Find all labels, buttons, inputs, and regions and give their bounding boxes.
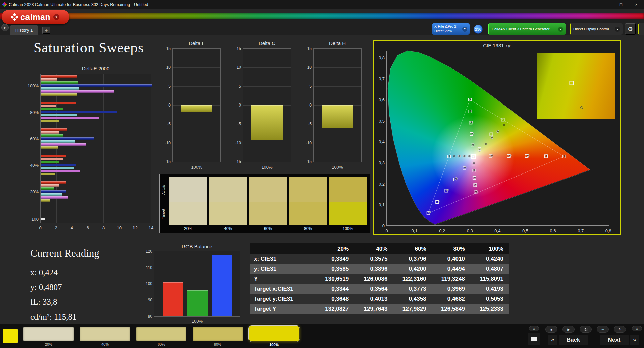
chevron-down-icon: ▼ xyxy=(558,27,563,32)
settings-button[interactable]: ⚙ xyxy=(625,23,636,35)
link-button[interactable]: ∞ xyxy=(597,326,609,333)
value-cell: 0,4682 xyxy=(432,296,470,302)
play-button[interactable]: ▶ xyxy=(562,326,575,333)
rgb-balance-chart: RGB Balance 1201101009080 100% xyxy=(142,243,243,326)
delta-h-chart: Delta H 151050-5-10-15 100% xyxy=(302,40,368,174)
value-cell: 0,4240 xyxy=(470,256,509,262)
save-button[interactable] xyxy=(580,326,592,333)
cie-ytick-label: 0,4 xyxy=(374,139,385,144)
deltae-bar xyxy=(41,81,78,84)
deltae-bar xyxy=(41,173,55,175)
table-row: x: CIE310,33490,35750,37960,40100,4240 xyxy=(250,254,509,264)
meter-labels: X-Rite i1Pro 2 Direct View xyxy=(434,24,456,33)
value-cell: 0,3773 xyxy=(393,286,431,292)
deltae-bar xyxy=(41,128,67,131)
calman-diamond-icon xyxy=(10,13,18,21)
actual-swatch xyxy=(209,177,247,202)
cie-xtick-label: 0 xyxy=(385,228,388,233)
save-icon xyxy=(584,327,588,331)
collapse-left-button[interactable]: ∧ xyxy=(529,326,539,331)
maximize-button[interactable]: □ xyxy=(613,0,629,9)
delta-l-chart: Delta L 151050-5-10-15 100% xyxy=(161,40,227,174)
meter-dropdown[interactable]: X-Rite i1Pro 2 Direct View ▼ xyxy=(432,23,470,35)
stop-button[interactable]: ■ xyxy=(545,326,557,333)
back-chevron-button[interactable]: « xyxy=(548,335,557,345)
value-cell: 126,0086 xyxy=(354,276,393,282)
delta_l-bar xyxy=(181,105,212,112)
close-button[interactable]: × xyxy=(629,0,644,9)
value-cell: 0,5053 xyxy=(470,296,509,302)
target-swatch xyxy=(329,202,367,225)
current-pattern-chip[interactable] xyxy=(3,329,18,343)
display-control-dropdown[interactable]: Direct Display Control ▼ xyxy=(570,23,623,35)
meter-count-badge[interactable]: 236 xyxy=(474,25,483,34)
add-tab-button[interactable]: + xyxy=(42,27,50,34)
pattern-swatch-label: 60% xyxy=(136,341,186,347)
deltae-bar xyxy=(41,196,68,199)
header-cell: 80% xyxy=(432,246,470,252)
rgb-ytick-label: 100 xyxy=(142,281,152,286)
swatch-column: 20% xyxy=(169,177,207,232)
calman-menu-button[interactable]: calman ▼ xyxy=(2,10,69,24)
pattern-swatch-60%[interactable]: 60% xyxy=(136,327,186,347)
pattern-swatch-strip: 20%40%60%80%100% xyxy=(23,327,299,347)
pattern-swatch-80%[interactable]: 80% xyxy=(193,327,243,347)
value-cell: 125,2333 xyxy=(470,306,509,312)
delta_c-ytick-label: 10 xyxy=(231,65,241,70)
calman-logo-icon xyxy=(2,2,7,7)
delta_l-gridline xyxy=(173,124,220,124)
actual-swatch xyxy=(329,177,367,202)
rgb-bar-green xyxy=(187,290,208,316)
tab-scroll-button[interactable]: ▶ xyxy=(1,24,9,31)
pattern-swatch-100%[interactable]: 100% xyxy=(249,327,299,347)
next-chevron-button[interactable]: » xyxy=(630,335,639,345)
collapse-right-button[interactable]: ∧ xyxy=(632,326,642,331)
refresh-button[interactable]: ↻ xyxy=(614,326,626,333)
deltae-bar xyxy=(41,155,66,157)
cie-xtick-label: 0,5 xyxy=(522,228,528,233)
cie-zoom-inset xyxy=(537,53,615,119)
pattern-generator-dropdown[interactable]: CalMAN Client 3 Pattern Generator ▼ xyxy=(488,23,566,35)
pattern-swatch-label: 20% xyxy=(23,341,74,347)
delta_c-bar xyxy=(251,105,283,140)
tab-history-1[interactable]: History 1 xyxy=(10,25,38,35)
minimize-button[interactable]: – xyxy=(598,0,613,9)
delta_h-ytick-label: -5 xyxy=(302,122,312,126)
deltae-xtick-label: 8 xyxy=(102,225,105,230)
pattern-swatch-20%[interactable]: 20% xyxy=(23,327,74,347)
deltae-bar xyxy=(41,170,80,172)
reading-x: x: 0,424 xyxy=(30,265,99,280)
cie-xtick-label: 0,2 xyxy=(439,228,445,233)
deltae-bar xyxy=(41,187,54,190)
titlebar: Calman 2023 Calman Ultimate for Business… xyxy=(0,0,644,9)
pattern-swatch-40%[interactable]: 40% xyxy=(80,327,130,347)
value-cell: 122,3160 xyxy=(393,276,431,282)
header-cell: 100% xyxy=(470,246,509,252)
pattern-window-button[interactable] xyxy=(528,333,540,345)
deltae-group-label: 40% xyxy=(25,162,39,167)
target-swatch xyxy=(209,202,247,225)
cie-ytick-label: 0,6 xyxy=(374,97,385,102)
delta-h-xlabel: 100% xyxy=(313,165,362,170)
delta-h-plot: 151050-5-10-15 xyxy=(313,48,362,162)
delta-c-chart: Delta C 151050-5-10-15 100% xyxy=(231,40,297,174)
deltae-bar xyxy=(41,190,66,193)
cie-ytick-label: 0 xyxy=(374,223,385,228)
table-row: y: CIE310,35850,38960,42000,44940,4807 xyxy=(250,264,509,274)
back-button[interactable]: Back xyxy=(559,335,588,345)
deltae-bar xyxy=(41,161,59,163)
delta_l-ytick-label: -5 xyxy=(161,122,171,126)
delta_h-ytick-label: -15 xyxy=(302,159,312,164)
value-cell: 0,3969 xyxy=(432,286,470,292)
deltae-xtick-label: 12 xyxy=(133,225,138,230)
deltae-bar xyxy=(41,146,58,149)
pattern-swatch-color xyxy=(249,326,299,341)
table-row: Target x:CIE310,33440,35640,37730,39690,… xyxy=(250,284,509,294)
header-cell: 60% xyxy=(393,246,431,252)
collapsed-panel-button[interactable] xyxy=(638,23,644,35)
deltae2000-chart: DeltaE 2000 100%80%60%40%20%100 02468101… xyxy=(25,66,156,236)
deltae-bar xyxy=(41,117,99,119)
swatch-column-label: 80% xyxy=(289,225,327,232)
chevron-up-icon: ∧ xyxy=(533,327,535,330)
next-button[interactable]: Next xyxy=(600,335,629,345)
